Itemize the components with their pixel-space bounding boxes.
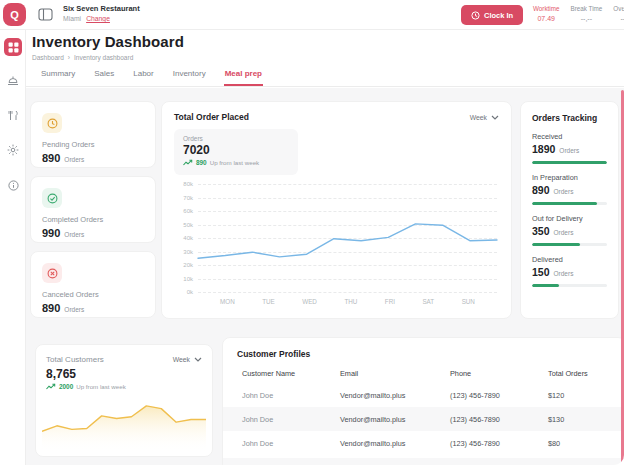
stat-value: 890 — [42, 152, 60, 164]
y-tick-label: 70k — [174, 195, 193, 201]
stat-label: Canceled Orders — [42, 290, 144, 299]
sidebar-item-help[interactable] — [4, 176, 22, 194]
stat-label: Completed Orders — [42, 215, 144, 224]
y-tick-label: 60k — [174, 208, 193, 214]
tracking-item-received: Received 1890Orders — [532, 132, 607, 164]
x-tick-label: WED — [302, 298, 317, 305]
topbar: Q Six Seven Restaurant Miami Change Cloc… — [0, 0, 624, 30]
sidebar-item-orders[interactable] — [4, 71, 22, 89]
x-tick-label: FRI — [385, 298, 395, 305]
pending-clock-icon — [42, 113, 62, 133]
customers-title: Total Customers — [46, 355, 104, 364]
cancel-circle-icon — [42, 263, 62, 283]
stat-unit: Orders — [64, 306, 84, 313]
clock-in-label: Clock In — [484, 11, 513, 20]
trend-value: 890 — [196, 159, 207, 166]
x-tick-label: TUE — [262, 298, 275, 305]
customers-range-selector[interactable]: Week — [173, 356, 202, 363]
tracking-item-out-for-delivery: Out for Delivery 350Orders — [532, 214, 607, 246]
total-orders-chart-card: Total Order Placed Week Orders 7020 890 … — [161, 101, 512, 319]
stat-unit: Orders — [64, 156, 84, 163]
customers-value: 8,765 — [46, 367, 202, 381]
progress-bar — [532, 161, 607, 164]
restaurant-location: Miami — [63, 15, 81, 22]
profiles-title: Customer Profiles — [237, 349, 310, 359]
x-tick-label: THU — [344, 298, 357, 305]
col-phone: Phone — [450, 369, 471, 378]
summary-value: 7020 — [183, 143, 289, 157]
tab-sales[interactable]: Sales — [93, 64, 115, 86]
x-tick-label: SUN — [462, 298, 475, 305]
orders-range-selector[interactable]: Week — [470, 114, 499, 121]
customers-area-chart — [42, 398, 206, 452]
x-tick-label: MON — [220, 298, 235, 305]
table-row: John Doe Vendor@mailto.plus (123) 456-78… — [223, 383, 624, 407]
tab-inventory[interactable]: Inventory — [172, 64, 207, 86]
breadcrumb: Dashboard › Inventory dashboard — [32, 54, 133, 61]
pending-orders-card: Pending Orders 890 Orders — [30, 101, 156, 168]
y-tick-label: 20k — [174, 262, 193, 268]
y-tick-label: 50k — [174, 222, 193, 228]
sidebar-item-dashboard[interactable] — [4, 38, 22, 56]
stat-unit: Orders — [64, 231, 84, 238]
clock-in-button[interactable]: Clock In — [461, 5, 523, 25]
clock-icon — [471, 11, 480, 20]
progress-bar — [532, 284, 607, 287]
overtime-metric: Overtime --,-- — [613, 5, 624, 22]
stat-value: 890 — [42, 302, 60, 314]
stat-value: 990 — [42, 227, 60, 239]
orders-tracking-card: Orders Tracking Received 1890Orders In P… — [520, 101, 619, 319]
col-email: Email — [340, 369, 358, 378]
breadcrumb-dashboard[interactable]: Dashboard — [32, 54, 64, 61]
table-row-partial: John Doe Vendor@mailto.plus (123) 456-78… — [223, 458, 624, 465]
sidebar-item-restaurant[interactable] — [4, 106, 22, 124]
col-total-orders: Total Orders — [548, 369, 588, 378]
gridline — [198, 292, 497, 293]
sidebar-nav — [0, 30, 26, 465]
y-tick-label: 80k — [174, 181, 193, 187]
trend-value: 2000 — [59, 383, 73, 390]
tab-summary[interactable]: Summary — [40, 64, 76, 86]
utensils-icon — [7, 110, 19, 121]
total-customers-card: Total Customers Week 8,765 2000 Up from … — [35, 344, 213, 457]
customer-profiles-card: Customer Profiles Customer Name Email Ph… — [222, 337, 624, 465]
y-tick-label: 30k — [174, 249, 193, 255]
gear-icon — [7, 144, 19, 156]
tab-labor[interactable]: Labor — [132, 64, 154, 86]
canceled-orders-card: Canceled Orders 890 Orders — [30, 251, 156, 318]
orders-x-labels: MONTUEWEDTHUFRISATSUN — [198, 298, 497, 305]
breadcrumb-separator: › — [68, 54, 70, 61]
breadcrumb-current: Inventory dashboard — [74, 54, 133, 61]
sidebar-toggle-icon[interactable] — [38, 8, 53, 21]
chevron-down-icon — [194, 357, 202, 362]
trend-text: Up from last week — [210, 159, 260, 166]
tab-meal-prep[interactable]: Meal prep — [224, 64, 263, 86]
progress-bar — [532, 243, 607, 246]
stat-label: Pending Orders — [42, 140, 144, 149]
chevron-down-icon — [491, 115, 499, 120]
change-location-link[interactable]: Change — [86, 15, 110, 22]
trend-up-icon — [46, 383, 56, 390]
app-logo[interactable]: Q — [3, 3, 26, 26]
info-icon — [8, 180, 19, 191]
tab-bar: Summary Sales Labor Inventory Meal prep — [26, 64, 624, 87]
app-logo-letter: Q — [10, 9, 19, 21]
page-title: Inventory Dashboard — [32, 33, 184, 50]
check-circle-icon — [42, 188, 62, 208]
y-tick-label: 0k — [174, 289, 193, 295]
table-row: John Doe Vendor@mailto.plus (123) 456-78… — [223, 407, 624, 431]
x-tick-label: SAT — [422, 298, 434, 305]
restaurant-block: Six Seven Restaurant Miami Change — [63, 4, 140, 22]
chart-title: Total Order Placed — [174, 112, 249, 122]
service-bell-icon — [7, 75, 19, 86]
restaurant-name: Six Seven Restaurant — [63, 4, 140, 13]
orders-summary-box: Orders 7020 890 Up from last week — [174, 129, 298, 175]
table-row: John Doe Vendor@mailto.plus (123) 456-78… — [223, 431, 624, 455]
time-metrics: Worktime 07.49 Break Time --,-- Overtime… — [533, 5, 624, 22]
trend-text: Up from last week — [76, 383, 126, 390]
summary-label: Orders — [183, 135, 289, 142]
y-tick-label: 10k — [174, 276, 193, 282]
sidebar-item-settings[interactable] — [4, 141, 22, 159]
customers-area-fill — [42, 406, 206, 452]
breaktime-metric: Break Time --,-- — [570, 5, 602, 22]
